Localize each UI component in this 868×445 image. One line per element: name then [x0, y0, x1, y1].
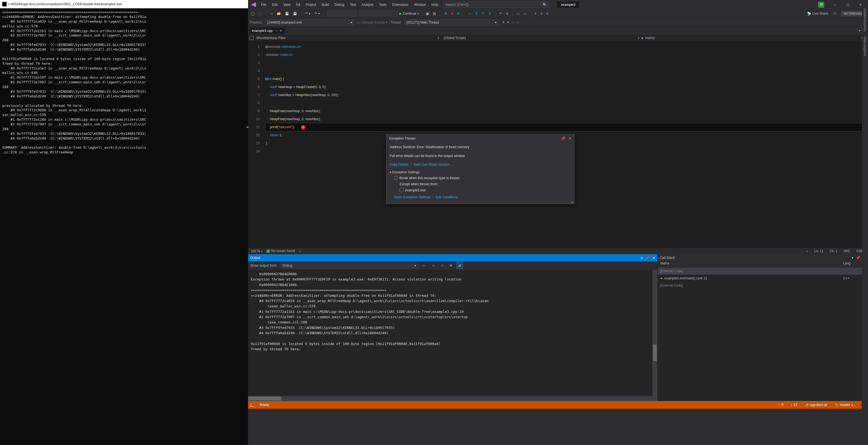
redo-icon[interactable]: ↷ ▾: [313, 11, 321, 16]
menu-file[interactable]: File: [258, 1, 269, 8]
solution-name-tab[interactable]: example3: [557, 2, 579, 8]
menu-project[interactable]: Project: [303, 1, 318, 8]
menu-git[interactable]: Git: [293, 1, 303, 8]
lifecycle-icon[interactable]: ▭ Lifecycle Events ▾: [356, 20, 389, 25]
menu-test[interactable]: Test: [347, 1, 359, 8]
output-source-dropdown[interactable]: Debug▾: [280, 263, 418, 269]
menu-build[interactable]: Build: [319, 1, 332, 8]
pin-icon[interactable]: ✦: [275, 29, 277, 32]
line-indicator[interactable]: Ln: 11: [814, 249, 824, 253]
menu-edit[interactable]: Edit: [269, 1, 280, 8]
platform-dropdown[interactable]: [359, 10, 398, 16]
tool-icon-1[interactable]: ▣: [425, 11, 430, 16]
stack-frame-icon[interactable]: ▭: [511, 21, 515, 24]
stop-icon[interactable]: ■: [450, 11, 454, 16]
maximize-button[interactable]: ☐: [841, 0, 854, 9]
menu-help[interactable]: Help: [429, 1, 441, 8]
break-checkbox[interactable]: [394, 176, 398, 180]
flag-icon-2[interactable]: ⚑: [506, 21, 510, 24]
close-popup-icon[interactable]: ✕: [569, 137, 571, 140]
search-box[interactable]: Search (Ctrl+Q) 🔍: [443, 1, 549, 8]
output-panel-titlebar[interactable]: Output ▾📌✕: [248, 254, 657, 262]
menu-view[interactable]: View: [281, 1, 293, 8]
tool-icon-6[interactable]: ▭: [522, 11, 528, 16]
continue-button[interactable]: ▶ Continue ▾: [399, 12, 419, 15]
thread-dropdown[interactable]: [251272] Main Thread▾: [404, 20, 499, 26]
exception-settings-expander[interactable]: Exception Settings: [390, 169, 571, 176]
tool-icon-2[interactable]: ▤: [432, 11, 437, 16]
edit-conditions-link[interactable]: Edit Conditions: [436, 195, 458, 199]
menu-tools[interactable]: Tools: [376, 1, 389, 8]
active-files-dropdown-icon[interactable]: ▾: [859, 29, 861, 33]
panel-pin-icon[interactable]: 📌: [856, 256, 860, 260]
menu-extensions[interactable]: Extensions: [390, 1, 411, 8]
step-out-icon[interactable]: ↥: [487, 11, 492, 16]
nav-project-dropdown[interactable]: Miscellaneous Files: [256, 36, 285, 40]
tool-icon-7[interactable]: ≡: [533, 11, 538, 16]
start-liveshare-link[interactable]: Start Live Share session...: [413, 163, 452, 166]
nav-back-icon[interactable]: ◯: [250, 11, 255, 16]
col-indicator[interactable]: Ch: 1: [830, 249, 838, 253]
open-icon[interactable]: 📂: [276, 11, 282, 16]
clear-all-icon[interactable]: ✖: [448, 263, 454, 269]
step-over-icon[interactable]: ↷: [480, 11, 486, 16]
feedback-icon[interactable]: 🗨: [833, 12, 837, 15]
toggle-wrap-icon[interactable]: ⇄: [457, 263, 463, 269]
team-explorer-tab[interactable]: Team Explorer: [863, 37, 867, 56]
output-tool-3[interactable]: ≡: [439, 263, 445, 269]
panel-dropdown-icon[interactable]: ▾: [851, 256, 853, 260]
nav-fwd-icon[interactable]: ◯: [257, 11, 263, 16]
menu-window[interactable]: Window: [411, 1, 429, 8]
stack-frame-icon-2[interactable]: ▭: [516, 21, 519, 24]
restart-icon[interactable]: ⟳: [456, 11, 461, 16]
resize-grip-icon[interactable]: ◢: [571, 200, 573, 203]
nav-function-dropdown[interactable]: main(): [645, 36, 655, 40]
solution-explorer-tab[interactable]: Solution Explorer: [863, 8, 867, 32]
menu-analyze[interactable]: Analyze: [359, 1, 376, 8]
menu-debug[interactable]: Debug: [332, 1, 347, 8]
show-next-icon[interactable]: →: [467, 11, 472, 16]
step-into-icon[interactable]: ↧: [474, 11, 479, 16]
panel-pin-icon[interactable]: 📌: [646, 256, 650, 260]
pause-icon[interactable]: ⏸: [443, 11, 448, 16]
config-dropdown[interactable]: [327, 10, 357, 16]
process-dropdown[interactable]: [244600] example3.exe▾: [266, 20, 354, 26]
tool-icon-5[interactable]: ▭: [516, 11, 521, 16]
liveshare-button[interactable]: Live Share: [812, 12, 828, 15]
callstack-col-name[interactable]: Name: [658, 262, 843, 267]
save-all-icon[interactable]: 💾: [292, 11, 298, 16]
callstack-titlebar[interactable]: Call Stack ▾📌✕: [658, 254, 868, 262]
repo-indicator[interactable]: ⎇ cpp-docs-pr: [805, 403, 827, 407]
open-exception-settings-link[interactable]: Open Exception Settings: [394, 195, 431, 199]
pending-down[interactable]: ↓ 13: [791, 403, 797, 407]
tool-icon-3[interactable]: ↶: [498, 11, 503, 16]
output-horizontal-scrollbar[interactable]: [248, 396, 657, 401]
tool-icon-9[interactable]: ≡: [545, 11, 549, 16]
except-exe-checkbox[interactable]: [400, 188, 403, 192]
new-item-icon[interactable]: ▭: [269, 11, 274, 16]
branch-indicator[interactable]: ⌥ master ▴: [834, 403, 853, 407]
pending-up[interactable]: ↑ 0: [778, 403, 783, 407]
document-tab-example3[interactable]: example3.cpp ✦ ✕: [249, 28, 285, 34]
output-tool-2[interactable]: ≡: [430, 263, 436, 269]
output-text[interactable]: 0x00000427B64E0000. Exception thrown at …: [248, 270, 657, 396]
user-badge[interactable]: JR: [818, 2, 824, 8]
save-icon[interactable]: 💾: [284, 11, 290, 16]
panel-close-icon[interactable]: ✕: [652, 256, 655, 260]
zoom-level[interactable]: 100 %: [251, 249, 262, 253]
close-tab-icon[interactable]: ✕: [279, 29, 282, 33]
panel-dropdown-icon[interactable]: ▾: [641, 256, 643, 260]
flag-icon[interactable]: ⚑: [502, 21, 505, 24]
minimize-button[interactable]: ─: [829, 0, 841, 9]
vs-logo-icon[interactable]: [249, 2, 258, 7]
pin-popup-icon[interactable]: 📌: [561, 137, 565, 140]
nav-scope-dropdown[interactable]: (Global Scope): [444, 36, 466, 40]
code-editor[interactable]: 1234567891011121314 ⊟#include <Windows.h…: [248, 41, 868, 247]
undo-icon[interactable]: ↶ ▾: [304, 11, 311, 16]
console-titlebar[interactable]: c:\MSDN\cpp-docs-pr\docs\sanitizers\SRC_…: [0, 0, 248, 8]
callstack-row[interactable]: ➜example3.exe!main() Line 11C++: [658, 275, 868, 282]
callstack-row[interactable]: [External Code]: [658, 282, 868, 289]
tool-icon-8[interactable]: ≡: [539, 11, 544, 16]
tool-icon-4[interactable]: ≋: [505, 11, 510, 16]
output-tool-1[interactable]: ⇤: [421, 263, 427, 269]
